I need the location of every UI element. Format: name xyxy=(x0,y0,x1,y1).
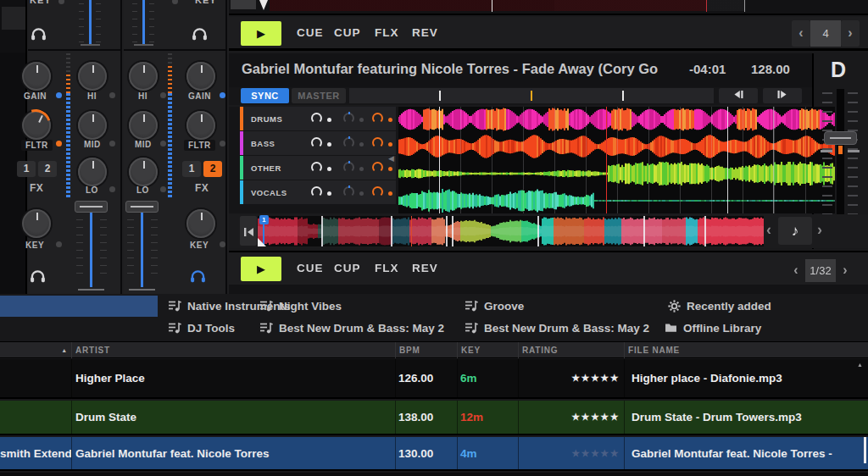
column-artist[interactable]: ARTIST xyxy=(72,342,396,358)
gain-knob[interactable] xyxy=(22,62,51,91)
stem-filter-dot xyxy=(359,191,364,196)
page-next-button[interactable]: › xyxy=(841,20,860,47)
play-button[interactable]: ▶ xyxy=(241,257,281,281)
upper-deck-overview-strip[interactable] xyxy=(229,0,868,15)
key-fader[interactable] xyxy=(132,0,154,47)
stem-volume-knob[interactable] xyxy=(311,137,322,148)
track-row-selected[interactable]: smith Extended Remix) Gabriel Montufar f… xyxy=(0,437,868,471)
upper-transport-bar: ▶ CUE CUP FLX REV ‹ 4 › xyxy=(229,17,868,51)
playlist-item-night-vibes[interactable]: Night Vibes xyxy=(259,298,342,313)
playlist-item-offline-library[interactable]: Offline Library xyxy=(665,320,761,335)
cue-point-flag[interactable]: 1 xyxy=(259,215,269,224)
column-rating[interactable]: RATING xyxy=(519,342,625,358)
headphone-cue-icon[interactable] xyxy=(192,27,208,41)
stem-fx-knob[interactable] xyxy=(372,162,383,173)
filter-knob[interactable] xyxy=(186,111,215,140)
fx1-assign-button[interactable]: 1 xyxy=(17,161,36,177)
playlist-item-recently-added[interactable]: Recently added xyxy=(668,298,771,313)
playlist-item-groove[interactable]: Groove xyxy=(465,298,524,313)
stem-filter-knob[interactable] xyxy=(343,186,354,197)
play-button[interactable]: ▶ xyxy=(241,21,281,46)
playlist-item-best-new-dnb[interactable]: Best New Drum & Bass: May 2 xyxy=(465,320,649,335)
collapse-stems-arrow[interactable]: ◀ xyxy=(388,154,394,163)
scroll-up-arrow[interactable]: ▲ xyxy=(857,362,863,368)
cup-button[interactable]: CUP xyxy=(334,26,361,39)
stem-filter-knob[interactable] xyxy=(343,113,354,124)
channel-a-volume-fader[interactable] xyxy=(75,201,108,294)
fx1-assign-button[interactable]: 1 xyxy=(182,161,201,177)
deck-letter[interactable]: D xyxy=(831,58,846,82)
fader-handle[interactable] xyxy=(125,201,159,213)
sync-button[interactable]: SYNC xyxy=(241,88,289,103)
stem-fx-knob[interactable] xyxy=(372,113,383,124)
hi-knob[interactable] xyxy=(78,62,107,91)
fx-label: FX xyxy=(195,182,209,194)
stem-filter-knob[interactable] xyxy=(343,162,354,173)
stem-filter-dot xyxy=(359,118,364,122)
key-knob-label: KEY xyxy=(190,241,209,250)
column-title[interactable]: ▲ xyxy=(0,342,72,358)
mid-knob[interactable] xyxy=(78,111,107,140)
flx-button[interactable]: FLX xyxy=(375,262,399,274)
headphone-cue-button[interactable] xyxy=(30,269,46,283)
table-scrollbar-thumb[interactable] xyxy=(864,437,866,463)
overview-fragment xyxy=(231,0,256,9)
gain-knob[interactable] xyxy=(186,62,215,91)
stem-fx-knob[interactable] xyxy=(372,186,383,197)
channel-b-volume-fader[interactable] xyxy=(125,201,159,294)
key-knob[interactable] xyxy=(22,209,51,238)
key-fader[interactable] xyxy=(79,0,101,47)
lo-knob[interactable] xyxy=(129,158,158,186)
hi-knob[interactable] xyxy=(129,62,158,91)
fx2-assign-button-active[interactable]: 2 xyxy=(203,161,222,177)
cell-bpm: 138.00 xyxy=(396,401,458,434)
column-key[interactable]: KEY xyxy=(458,342,519,358)
key-knob[interactable] xyxy=(186,209,215,238)
rev-button[interactable]: REV xyxy=(412,262,438,274)
selected-playlist-item[interactable] xyxy=(0,296,158,317)
stem-fx-dot xyxy=(388,191,392,196)
loop-bigger-button[interactable]: › xyxy=(836,257,854,284)
page-prev-button[interactable]: ‹ xyxy=(792,20,810,47)
browse-next-button[interactable]: › xyxy=(817,221,822,239)
track-row[interactable]: Higher Place 126.00 6m ★★★★★ Higher plac… xyxy=(0,359,868,399)
filter-knob[interactable] xyxy=(22,111,51,140)
filter-indicator-dot xyxy=(220,141,225,147)
headphone-cue-button-active[interactable] xyxy=(190,269,206,283)
stem-fx-knob[interactable] xyxy=(372,137,383,148)
lo-knob[interactable] xyxy=(78,158,107,186)
beat-marker xyxy=(727,107,728,213)
flx-button[interactable]: FLX xyxy=(375,26,399,39)
nudge-forward-button[interactable] xyxy=(763,88,802,103)
channel-b-top: KEY xyxy=(124,0,225,51)
skip-to-start-button[interactable] xyxy=(240,216,257,246)
rev-button[interactable]: REV xyxy=(412,26,438,39)
stem-volume-knob[interactable] xyxy=(311,186,322,197)
stem-volume-knob[interactable] xyxy=(311,162,322,173)
cup-button[interactable]: CUP xyxy=(334,262,361,274)
stem-color-bar xyxy=(240,156,243,180)
stem-volume-knob[interactable] xyxy=(311,113,322,124)
master-button[interactable]: MASTER xyxy=(292,88,346,103)
tempo-fader-handle[interactable] xyxy=(824,131,857,145)
loop-smaller-button[interactable]: ‹ xyxy=(787,257,805,284)
stem-filter-knob[interactable] xyxy=(343,137,354,148)
tempo-fader-track[interactable] xyxy=(837,89,844,230)
nudge-back-button[interactable] xyxy=(719,88,758,103)
key-match-button[interactable]: ♪ xyxy=(778,217,812,245)
column-file-name[interactable]: FILE NAME xyxy=(625,342,868,358)
playlist-icon xyxy=(465,300,478,312)
cue-button[interactable]: CUE xyxy=(297,262,324,274)
fader-handle[interactable] xyxy=(75,201,108,213)
headphone-cue-icon[interactable] xyxy=(31,27,47,41)
playlist-item-dj-tools[interactable]: DJ Tools xyxy=(168,320,235,335)
cue-button[interactable]: CUE xyxy=(297,26,324,39)
playlist-item-festival[interactable]: Best New Drum & Bass: May 2 xyxy=(259,320,444,335)
track-overview-waveform[interactable]: 1 xyxy=(258,216,764,246)
column-bpm[interactable]: BPM xyxy=(396,342,458,358)
browse-prev-button[interactable]: ‹ xyxy=(766,221,771,239)
mid-knob[interactable] xyxy=(129,111,158,140)
track-row-partial[interactable] xyxy=(0,473,868,476)
track-row-playing[interactable]: Drum State 138.00 12m ★★★★★ Drum State -… xyxy=(0,401,868,435)
fx2-assign-button[interactable]: 2 xyxy=(38,161,57,177)
